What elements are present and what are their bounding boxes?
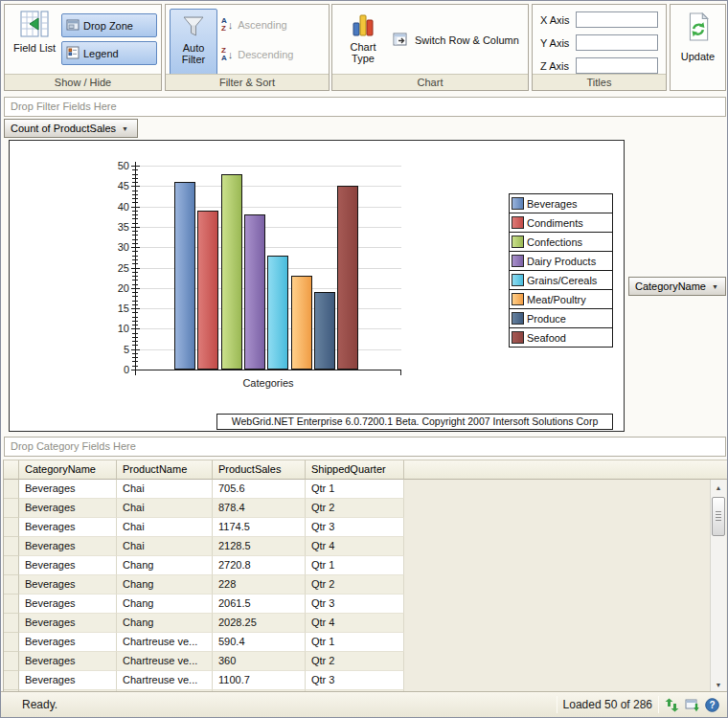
x-axis: [135, 370, 401, 370]
y-minor-tick: [132, 361, 138, 362]
load-data-icon[interactable]: [685, 698, 699, 712]
chart-bar: [314, 292, 335, 370]
switch-row-column-icon: [392, 31, 409, 50]
legend-label: Produce: [527, 313, 566, 325]
row-selector[interactable]: [4, 595, 19, 614]
category-field-label: CategoryName: [635, 280, 706, 292]
legend-swatch: [512, 255, 524, 267]
y-major-tick: [131, 207, 140, 208]
category-fields-drop-zone[interactable]: Drop Category Fields Here: [4, 437, 726, 457]
table-row[interactable]: BeveragesChang2028.25Qtr 4: [4, 614, 404, 633]
data-field-button[interactable]: Count of ProductSales ▼: [4, 119, 138, 138]
help-icon[interactable]: ?: [705, 698, 719, 712]
y-axis-title-input[interactable]: [576, 34, 658, 51]
table-cell: Chartreuse ve...: [117, 633, 213, 652]
row-selector[interactable]: [4, 518, 19, 537]
y-minor-tick: [132, 280, 138, 280]
y-minor-tick: [132, 182, 138, 183]
legend-item: Condiments: [509, 213, 613, 233]
legend-swatch: [512, 331, 524, 344]
column-header[interactable]: ProductSales: [213, 460, 306, 480]
table-cell: Chai: [117, 518, 213, 537]
sort-ascending-button[interactable]: A Z ↓ Ascending: [221, 15, 287, 34]
y-major-tick: [131, 308, 140, 309]
sort-descending-button[interactable]: Z A ↓ Descending: [221, 45, 293, 64]
y-axis-tick-label: 15: [99, 303, 129, 314]
y-minor-tick: [132, 317, 138, 318]
table-cell: Qtr 1: [306, 480, 404, 499]
column-header[interactable]: ShippedQuarter: [306, 460, 404, 480]
filter-fields-drop-zone[interactable]: Drop Filter Fields Here: [4, 97, 726, 117]
table-cell: Qtr 4: [306, 614, 404, 633]
row-selector[interactable]: [4, 633, 19, 652]
table-row[interactable]: BeveragesChang2061.5Qtr 3: [4, 595, 404, 614]
column-header[interactable]: CategoryName: [19, 460, 117, 480]
table-row[interactable]: BeveragesChartreuse ve...1100.7Qtr 3: [4, 671, 404, 690]
row-selector[interactable]: [4, 671, 19, 690]
row-selector[interactable]: [4, 499, 19, 518]
table-row[interactable]: BeveragesChartreuse ve...590.4Qtr 1: [4, 633, 404, 652]
chart-type-button[interactable]: Chart Type: [338, 9, 388, 76]
table-row[interactable]: BeveragesChartreuse ve...360Qtr 2: [4, 652, 404, 671]
table-cell: Chartreuse ve...: [117, 652, 213, 671]
row-selector-header[interactable]: [4, 460, 19, 480]
z-axis-title-input[interactable]: [576, 57, 658, 74]
scroll-down-button[interactable]: ▼: [711, 677, 726, 692]
y-axis-tick-label: 40: [99, 201, 129, 213]
table-cell: 705.6: [213, 480, 306, 499]
table-cell: Chartreuse ve...: [117, 671, 213, 690]
y-minor-tick: [132, 357, 138, 358]
legend-toggle-button[interactable]: Legend: [61, 41, 157, 65]
column-header[interactable]: ProductName: [117, 460, 213, 480]
svg-text:?: ?: [709, 700, 715, 710]
legend-swatch: [512, 216, 524, 229]
table-cell: 228: [213, 575, 306, 595]
field-list-button[interactable]: Field List: [11, 10, 58, 75]
y-minor-tick: [132, 304, 138, 305]
row-selector[interactable]: [4, 575, 19, 595]
table-row[interactable]: BeveragesChai705.6Qtr 1: [4, 480, 404, 499]
y-minor-tick: [132, 169, 138, 170]
table-row[interactable]: BeveragesChai1174.5Qtr 3: [4, 518, 404, 537]
row-selector[interactable]: [4, 537, 19, 556]
legend-label: Condiments: [527, 217, 583, 229]
y-axis-tick-label: 0: [99, 364, 129, 375]
y-minor-tick: [132, 235, 138, 236]
row-selector[interactable]: [4, 556, 19, 575]
y-minor-tick: [132, 276, 138, 277]
chart-type-icon: [351, 12, 375, 39]
category-field-button[interactable]: CategoryName ▼: [628, 277, 726, 296]
x-axis-title-input[interactable]: [576, 11, 658, 28]
y-axis-tick-label: 30: [99, 241, 129, 253]
switch-row-column-button[interactable]: Switch Row & Column: [392, 30, 519, 51]
y-axis: [135, 162, 136, 370]
y-minor-tick: [132, 312, 138, 313]
table-cell: Qtr 1: [306, 556, 404, 575]
column-header-filler: [404, 460, 727, 480]
vertical-scrollbar[interactable]: ▲ ▼: [710, 480, 726, 692]
auto-filter-button[interactable]: Auto Filter: [170, 9, 217, 76]
row-selector[interactable]: [4, 614, 19, 633]
row-selector[interactable]: [4, 480, 19, 499]
table-row[interactable]: BeveragesChai878.4Qtr 2: [4, 499, 404, 518]
table-row[interactable]: BeveragesChang2720.8Qtr 1: [4, 556, 404, 575]
row-selector[interactable]: [4, 652, 19, 671]
table-cell: Beverages: [19, 537, 117, 556]
chart-bar: [221, 174, 242, 370]
legend-item: Produce: [509, 308, 613, 328]
group-label-filter-sort: Filter & Sort: [166, 74, 329, 90]
y-minor-tick: [132, 292, 138, 293]
group-label-show-hide: Show / Hide: [5, 74, 161, 90]
data-grid: CategoryNameProductNameProductSalesShipp…: [3, 460, 727, 692]
table-row[interactable]: BeveragesChai2128.5Qtr 4: [4, 537, 404, 556]
refresh-icon[interactable]: [665, 698, 679, 712]
scrollbar-thumb[interactable]: [712, 497, 725, 536]
drop-zone-button[interactable]: Drop Zone: [61, 13, 157, 37]
field-list-label: Field List: [13, 42, 56, 54]
scroll-up-button[interactable]: ▲: [711, 480, 726, 495]
group-update: Update: [670, 4, 726, 91]
status-separator: [658, 696, 659, 713]
update-button[interactable]: Update: [674, 12, 721, 81]
y-axis-tick-label: 35: [99, 221, 129, 233]
table-row[interactable]: BeveragesChang228Qtr 2: [4, 575, 404, 595]
